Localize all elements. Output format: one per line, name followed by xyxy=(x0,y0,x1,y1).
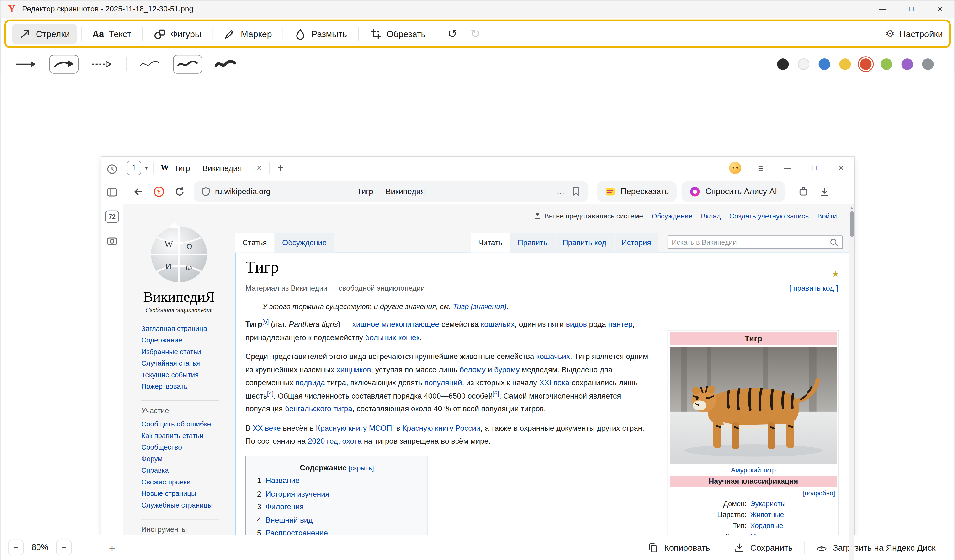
tab-edit-code[interactable]: Править код xyxy=(555,233,614,253)
wikipedia-wordmark[interactable]: ВикипедиЯ xyxy=(123,289,235,306)
sidebar-link[interactable]: Новые страницы xyxy=(141,488,235,499)
stroke-width-thick[interactable] xyxy=(211,55,240,73)
wiki-link[interactable]: 2020 год xyxy=(308,437,338,446)
wiki-link[interactable]: хищников xyxy=(337,365,371,374)
copy-button[interactable]: Копировать xyxy=(636,542,722,553)
wikipedia-search-input[interactable] xyxy=(672,239,830,246)
toc-link[interactable]: Название xyxy=(266,476,299,485)
tool-text[interactable]: Aa Текст xyxy=(86,24,138,43)
browser-tab-wikipedia[interactable]: W Тигр — Википедия ✕ xyxy=(153,157,269,179)
wiki-link[interactable]: подвида xyxy=(295,379,325,387)
save-button[interactable]: Сохранить xyxy=(722,542,804,553)
color-swatch-selected[interactable] xyxy=(860,58,872,70)
stroke-width-medium[interactable] xyxy=(173,55,202,73)
color-swatch[interactable] xyxy=(777,58,789,70)
color-swatch[interactable] xyxy=(922,58,933,70)
page-scrollbar[interactable]: ▲ ▼ xyxy=(849,204,855,560)
tab-discussion[interactable]: Обсуждение xyxy=(275,233,334,253)
retell-button[interactable]: Пересказать xyxy=(597,181,677,202)
color-swatch[interactable] xyxy=(819,58,830,70)
downloads-icon[interactable] xyxy=(814,181,835,202)
scrollbar-thumb[interactable] xyxy=(850,211,853,237)
panels-icon[interactable] xyxy=(106,186,118,198)
wiki-link[interactable]: хищное xyxy=(352,320,379,329)
tab-read[interactable]: Читать xyxy=(471,233,510,253)
browser-close-button[interactable]: ✕ xyxy=(828,157,855,179)
sidebar-link[interactable]: Форум xyxy=(141,453,235,465)
sidebar-link[interactable]: Избранные статьи xyxy=(141,346,235,358)
tool-shapes[interactable]: Фигуры xyxy=(147,23,208,44)
wiki-link[interactable]: бурому xyxy=(494,365,520,374)
wiki-link[interactable]: популяций xyxy=(424,379,462,387)
tool-crop[interactable]: Обрезать xyxy=(363,23,432,44)
personal-link[interactable]: Создать учётную запись xyxy=(730,212,809,220)
wiki-link[interactable]: Эукариоты xyxy=(748,498,837,509)
color-swatch[interactable] xyxy=(798,58,809,70)
sidebar-link[interactable]: Свежие правки xyxy=(141,476,235,488)
toc-link[interactable]: Внешний вид xyxy=(266,516,313,524)
personal-link[interactable]: Войти xyxy=(817,212,837,220)
scroll-up-icon[interactable]: ▲ xyxy=(849,206,855,210)
tab-close-icon[interactable]: ✕ xyxy=(257,164,262,172)
address-more-icon[interactable]: … xyxy=(557,187,565,196)
tab-article[interactable]: Статья xyxy=(235,233,274,253)
wiki-link[interactable]: [4] xyxy=(267,390,274,396)
tab-counter[interactable]: 1 xyxy=(127,161,141,175)
maximize-button[interactable]: □ xyxy=(897,1,926,18)
upload-to-disk-button[interactable]: Загрузить на Яндекс Диск xyxy=(805,542,947,553)
bookmark-icon[interactable] xyxy=(571,186,581,197)
tiger-photo[interactable] xyxy=(670,347,837,464)
sidebar-link[interactable]: Случайная статья xyxy=(141,358,235,369)
sidebar-add-icon[interactable]: + xyxy=(109,543,115,555)
profile-avatar-icon[interactable] xyxy=(729,162,741,174)
sidebar-link[interactable]: Заглавная страница xyxy=(141,323,235,335)
wiki-link[interactable]: [5] xyxy=(262,318,269,325)
personal-link[interactable]: Обсуждение xyxy=(651,212,692,220)
wiki-link[interactable]: бенгальского тигра xyxy=(285,404,352,413)
tool-arrows[interactable]: Стрелки xyxy=(12,23,77,44)
toc-link[interactable]: История изучения xyxy=(266,490,329,498)
browser-minimize-button[interactable]: — xyxy=(774,157,801,179)
wiki-link[interactable]: млекопитающее xyxy=(381,320,439,329)
sidebar-link[interactable]: Содержание xyxy=(141,335,235,346)
extensions-icon[interactable] xyxy=(794,181,814,202)
wiki-link[interactable]: кошачьих xyxy=(536,352,570,361)
tab-history[interactable]: История xyxy=(614,233,659,253)
back-button[interactable] xyxy=(128,181,149,202)
tool-marker[interactable]: Маркер xyxy=(217,23,279,44)
color-swatch[interactable] xyxy=(881,58,892,70)
screenshot-tool-icon[interactable] xyxy=(106,235,118,247)
history-clock-icon[interactable] xyxy=(106,163,118,175)
close-button[interactable]: ✕ xyxy=(926,1,955,18)
toc-hide-link[interactable]: [скрыть] xyxy=(349,464,374,471)
personal-link[interactable]: Вклад xyxy=(701,212,721,220)
sidebar-link[interactable]: Как править статьи xyxy=(141,430,235,442)
tab-list-caret-icon[interactable]: ▾ xyxy=(145,165,148,171)
yandex-services-icon[interactable]: Y xyxy=(149,181,169,202)
sidebar-link[interactable]: Справка xyxy=(141,465,235,476)
zoom-in-button[interactable]: + xyxy=(56,539,72,555)
wiki-link[interactable]: Животные xyxy=(748,509,837,520)
wiki-link[interactable]: XX веке xyxy=(253,424,281,432)
settings-button[interactable]: ⚙ Настройки xyxy=(885,27,943,40)
ask-alice-button[interactable]: Спросить Алису AI xyxy=(682,181,785,202)
wiki-link[interactable]: больших кошек xyxy=(365,333,420,342)
toc-link[interactable]: Филогения xyxy=(266,502,304,511)
editor-canvas[interactable]: 72 + ⋯ 1 ▾ W Тигр — Википедия ✕ xyxy=(1,75,955,535)
tabs-counter-badge[interactable]: 72 xyxy=(105,211,119,223)
wiki-link[interactable]: охота xyxy=(342,437,362,446)
wiki-link[interactable]: видов xyxy=(566,320,587,329)
sidebar-link[interactable]: Сообщить об ошибке xyxy=(141,418,235,430)
color-swatch[interactable] xyxy=(839,58,851,70)
new-tab-button[interactable]: + xyxy=(270,161,291,174)
sidebar-link[interactable]: Сообщество xyxy=(141,442,235,453)
taxobox-caption-link[interactable]: Амурский тигр xyxy=(670,464,837,476)
wiki-link[interactable]: XXI века xyxy=(539,379,570,387)
undo-button[interactable]: ↺ xyxy=(441,27,463,41)
wiki-link[interactable]: Красную книгу России xyxy=(402,424,481,432)
address-bar[interactable]: ru.wikipedia.org Тигр — Википедия … xyxy=(194,181,588,202)
sidebar-link[interactable]: Текущие события xyxy=(141,369,235,381)
arrow-style-curved[interactable] xyxy=(49,55,78,73)
wiki-link[interactable]: кошачьих xyxy=(481,320,515,329)
tool-blur[interactable]: Размыть xyxy=(288,23,354,44)
